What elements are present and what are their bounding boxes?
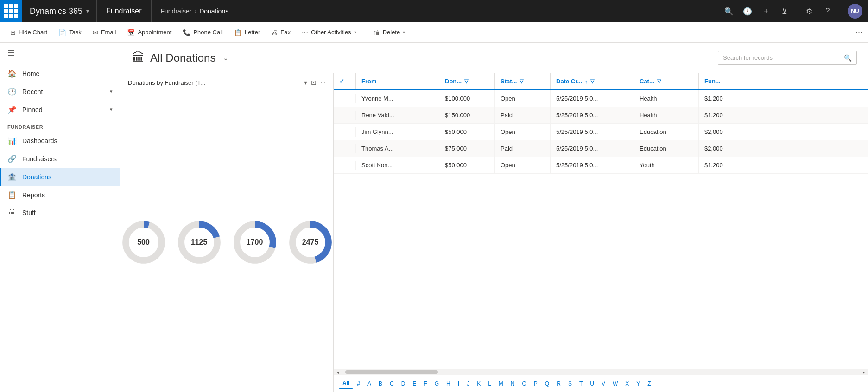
date-sort-icon[interactable]: ↑ bbox=[585, 79, 588, 84]
task-button[interactable]: 📄 Task bbox=[54, 26, 86, 39]
alpha-v[interactable]: V bbox=[598, 379, 608, 389]
other-activities-button[interactable]: ⋯ Other Activities ▾ bbox=[297, 26, 361, 39]
alpha-a[interactable]: A bbox=[364, 379, 374, 389]
search-box[interactable]: Search for records 🔍 bbox=[718, 51, 857, 65]
row2-date: 5/25/2019 5:0... bbox=[551, 107, 634, 123]
breadcrumb-fundraiser[interactable]: Fundraiser bbox=[161, 7, 192, 15]
col-header-stat[interactable]: Stat... ▽ bbox=[495, 73, 551, 89]
alpha-k[interactable]: K bbox=[474, 379, 484, 389]
col-header-from[interactable]: From bbox=[356, 73, 439, 89]
delete-button[interactable]: 🗑 Delete ▾ bbox=[369, 26, 410, 39]
alpha-x[interactable]: X bbox=[622, 379, 632, 389]
sidebar-item-pinned[interactable]: 📌 Pinned ▾ bbox=[0, 101, 120, 119]
page-title-chevron[interactable]: ⌄ bbox=[223, 54, 228, 62]
horizontal-scrollbar[interactable]: ◂ ▸ bbox=[334, 369, 868, 375]
sidebar-item-fundraisers[interactable]: 🔗 Fundraisers bbox=[0, 150, 120, 168]
alpha-c[interactable]: C bbox=[386, 379, 397, 389]
alpha-nav: All # A B C D E F G H I J K L M N O bbox=[334, 375, 868, 392]
chart-more-icon[interactable]: ··· bbox=[320, 79, 326, 86]
filter-button[interactable]: ⊻ bbox=[776, 3, 793, 19]
date-filter-icon[interactable]: ▽ bbox=[590, 78, 594, 84]
alpha-q[interactable]: Q bbox=[542, 379, 552, 389]
row5-fun: $1,200 bbox=[699, 157, 754, 173]
breadcrumb: Fundraiser › Donations bbox=[152, 7, 715, 15]
col-header-cat[interactable]: Cat... ▽ bbox=[634, 73, 699, 89]
app-grid-button[interactable] bbox=[0, 0, 22, 22]
alpha-h[interactable]: H bbox=[443, 379, 454, 389]
settings-button[interactable]: ⚙ bbox=[801, 3, 817, 19]
letter-button[interactable]: 📋 Letter bbox=[229, 26, 265, 39]
module-name[interactable]: Fundraiser bbox=[97, 0, 151, 22]
chart-chevron[interactable]: ▾ bbox=[304, 79, 307, 86]
alpha-n[interactable]: N bbox=[507, 379, 518, 389]
stuff-icon: 🏛 bbox=[7, 209, 17, 217]
alpha-b[interactable]: B bbox=[375, 379, 386, 389]
search-button[interactable]: 🔍 bbox=[721, 3, 737, 19]
row3-from: Jim Glynn... bbox=[356, 124, 439, 140]
scroll-right-arrow[interactable]: ▸ bbox=[861, 370, 867, 375]
alpha-d[interactable]: D bbox=[398, 379, 409, 389]
col-header-don[interactable]: Don... ▽ bbox=[439, 73, 495, 89]
pinned-icon: 📌 bbox=[7, 105, 17, 114]
sidebar: ☰ 🏠 Home 🕐 Recent ▾ 📌 Pinned ▾ Fundraise… bbox=[0, 43, 120, 392]
fax-button[interactable]: 🖨 Fax bbox=[266, 26, 295, 39]
chart-expand-icon[interactable]: ⊡ bbox=[311, 79, 317, 86]
appointment-button[interactable]: 📅 Appointment bbox=[122, 26, 176, 39]
col-header-date[interactable]: Date Cr... ↑ ▽ bbox=[551, 73, 634, 89]
sidebar-item-home[interactable]: 🏠 Home bbox=[0, 64, 120, 82]
sidebar-item-stuff[interactable]: 🏛 Stuff bbox=[0, 204, 120, 221]
recent-button[interactable]: 🕐 bbox=[739, 3, 756, 19]
phone-call-button[interactable]: 📞 Phone Call bbox=[178, 26, 228, 39]
alpha-j[interactable]: J bbox=[463, 379, 473, 389]
search-placeholder: Search for records bbox=[723, 54, 840, 61]
more-button[interactable]: ··· bbox=[855, 27, 862, 37]
new-record-button[interactable]: + bbox=[758, 3, 774, 19]
hide-chart-button[interactable]: ⊞ Hide Chart bbox=[6, 26, 52, 39]
cat-filter-icon[interactable]: ▽ bbox=[657, 78, 661, 84]
alpha-o[interactable]: O bbox=[519, 379, 530, 389]
table-row[interactable]: Rene Vald... $150.000 Paid 5/25/2019 5:0… bbox=[334, 107, 868, 124]
alpha-hash[interactable]: # bbox=[354, 379, 363, 389]
row4-from: Thomas A... bbox=[356, 140, 439, 157]
sidebar-item-dashboards[interactable]: 📊 Dashboards bbox=[0, 132, 120, 150]
alpha-w[interactable]: W bbox=[609, 379, 621, 389]
alpha-all[interactable]: All bbox=[339, 378, 353, 389]
sidebar-item-reports[interactable]: 📋 Reports bbox=[0, 186, 120, 204]
other-activities-chevron: ▾ bbox=[354, 30, 356, 35]
alpha-r[interactable]: R bbox=[553, 379, 564, 389]
app-name-chevron[interactable]: ▾ bbox=[86, 8, 89, 14]
alpha-g[interactable]: G bbox=[431, 379, 442, 389]
col-header-fun[interactable]: Fun... bbox=[699, 73, 754, 89]
scroll-left-arrow[interactable]: ◂ bbox=[335, 370, 341, 375]
col-header-check[interactable]: ✓ bbox=[334, 73, 356, 89]
hamburger-menu[interactable]: ☰ bbox=[0, 43, 120, 64]
help-button[interactable]: ? bbox=[819, 3, 836, 19]
reports-icon: 📋 bbox=[7, 190, 17, 199]
table-row[interactable]: Scott Kon... $50.000 Open 5/25/2019 5:0.… bbox=[334, 157, 868, 174]
alpha-e[interactable]: E bbox=[409, 379, 419, 389]
alpha-u[interactable]: U bbox=[587, 379, 597, 389]
table-row[interactable]: Thomas A... $75.000 Paid 5/25/2019 5:0..… bbox=[334, 140, 868, 157]
alpha-l[interactable]: L bbox=[485, 379, 494, 389]
alpha-m[interactable]: M bbox=[495, 379, 507, 389]
don-filter-icon[interactable]: ▽ bbox=[464, 78, 468, 84]
alpha-s[interactable]: S bbox=[565, 379, 575, 389]
table-row[interactable]: Jim Glynn... $50.000 Open 5/25/2019 5:0.… bbox=[334, 124, 868, 140]
table-row[interactable]: Yvonne M... $100.000 Open 5/25/2019 5:0.… bbox=[334, 90, 868, 107]
email-button[interactable]: ✉ Email bbox=[88, 26, 121, 39]
search-icon[interactable]: 🔍 bbox=[844, 54, 852, 62]
sidebar-item-recent[interactable]: 🕐 Recent ▾ bbox=[0, 82, 120, 101]
row2-from: Rene Vald... bbox=[356, 107, 439, 123]
alpha-y[interactable]: Y bbox=[633, 379, 643, 389]
grid-body[interactable]: Yvonne M... $100.000 Open 5/25/2019 5:0.… bbox=[334, 90, 868, 369]
app-name[interactable]: Dynamics 365 ▾ bbox=[22, 0, 97, 22]
alpha-t[interactable]: T bbox=[576, 379, 586, 389]
alpha-p[interactable]: P bbox=[531, 379, 541, 389]
alpha-z[interactable]: Z bbox=[644, 379, 654, 389]
alpha-i[interactable]: I bbox=[455, 379, 463, 389]
stat-filter-icon[interactable]: ▽ bbox=[520, 78, 523, 84]
user-avatar[interactable]: NU bbox=[848, 4, 862, 19]
alpha-f[interactable]: F bbox=[420, 379, 430, 389]
sidebar-item-donations[interactable]: 🏦 Donations bbox=[0, 168, 120, 186]
scroll-thumb[interactable] bbox=[345, 370, 438, 374]
